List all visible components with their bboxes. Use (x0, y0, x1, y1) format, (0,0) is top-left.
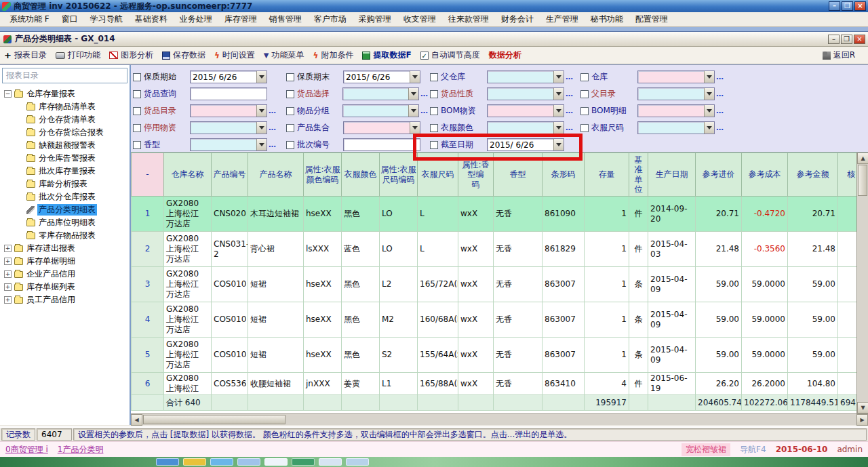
toolbar-button-打印功能[interactable]: 打印功能 (56, 49, 100, 61)
menu-item[interactable]: 系统功能 F (4, 12, 55, 26)
filter-dropdown[interactable] (190, 104, 267, 117)
table-row[interactable]: 5GX2080 上海松江 万达店COS010短裙hseXX黑色S2155/64A… (132, 338, 857, 373)
dropdown-arrow-icon[interactable] (553, 122, 564, 134)
collapse-icon[interactable]: − (4, 90, 12, 98)
taskbar-item[interactable] (183, 458, 206, 466)
maximize-button[interactable]: ❐ (842, 1, 853, 11)
toolbar-button-提取数据F[interactable]: 提取数据F (362, 49, 411, 61)
filter-dropdown[interactable]: 2015/ 6/26 (487, 138, 564, 151)
sidebar-item-库存单据列表[interactable]: +库存单据列表 (4, 281, 130, 293)
filter-dropdown[interactable] (343, 121, 420, 134)
sidebar-item-库存进出报表[interactable]: +库存进出报表 (4, 242, 130, 255)
expand-icon[interactable]: + (4, 270, 12, 278)
filter-dropdown[interactable]: 2015/ 6/26 (343, 70, 420, 83)
table-row[interactable]: 2GX2080 上海松江 万达店CNS031-2背心裙lsXXX蓝色LOLwxX… (132, 232, 857, 267)
expand-icon[interactable]: + (4, 283, 12, 291)
window-tab-report[interactable]: 1产品分类明 (58, 444, 104, 455)
dropdown-arrow-icon[interactable] (704, 105, 714, 117)
report-minimize-button[interactable]: – (828, 35, 840, 44)
dropdown-arrow-icon[interactable] (410, 122, 420, 134)
menu-item[interactable]: 采购管理 (353, 12, 397, 26)
toolbar-button-保存数据[interactable]: 保存数据 (162, 49, 205, 61)
more-options-button[interactable]: … (564, 123, 575, 132)
filter-checkbox[interactable] (133, 141, 141, 149)
more-options-button[interactable]: … (267, 106, 278, 115)
sidebar-item-库存单据明细[interactable]: +库存单据明细 (4, 255, 130, 268)
scroll-down-button[interactable]: ▼ (857, 402, 868, 413)
filter-dropdown[interactable] (190, 138, 267, 151)
filter-checkbox[interactable] (286, 90, 294, 98)
expand-icon[interactable]: + (4, 258, 12, 265)
taskbar-item[interactable] (346, 458, 369, 466)
dropdown-arrow-icon[interactable] (256, 139, 267, 150)
menu-item[interactable]: 秘书功能 (585, 12, 629, 26)
toolbar-button-功能菜单[interactable]: ▼功能菜单 (264, 49, 304, 61)
dropdown-arrow-icon[interactable] (553, 105, 564, 117)
auto-height-checkbox[interactable]: ✓ (420, 52, 429, 60)
sidebar-item-员工产品信用[interactable]: +员工产品信用 (4, 293, 130, 306)
taskbar-item[interactable] (156, 458, 179, 466)
filter-dropdown[interactable]: 2015/ 6/26 (190, 70, 267, 83)
more-options-button[interactable]: … (715, 73, 726, 81)
sidebar-item-分仓库告警报表[interactable]: 分仓库告警报表 (16, 152, 130, 165)
dropdown-arrow-icon[interactable] (704, 88, 714, 100)
table-row[interactable]: 4GX2080 上海松江 万达店COS010短裙hseXX黑色M2160/68A… (132, 302, 857, 338)
scroll-right-button[interactable]: ▶ (856, 414, 868, 426)
filter-checkbox[interactable] (580, 124, 589, 132)
expand-icon[interactable]: + (4, 296, 12, 304)
table-row[interactable]: 3GX2080 上海松江 万达店COS010短裙hseXX黑色L2165/72A… (132, 267, 857, 302)
menu-item[interactable]: 往来款管理 (443, 12, 494, 26)
menu-item[interactable]: 销售管理 (264, 12, 307, 26)
table-row[interactable]: 1GX2080 上海松江 万达店CNS020木耳边短袖裙hseXX黑色LOLwx… (132, 197, 857, 232)
dropdown-arrow-icon[interactable] (553, 71, 564, 83)
menu-item[interactable]: 库存管理 (219, 12, 262, 26)
more-options-button[interactable]: … (715, 106, 726, 115)
report-restore-button[interactable]: ❐ (841, 35, 852, 44)
more-options-button[interactable]: … (564, 106, 575, 115)
filter-dropdown[interactable] (637, 87, 715, 100)
more-options-button[interactable]: … (715, 89, 726, 98)
dropdown-arrow-icon[interactable] (410, 71, 420, 83)
filter-checkbox[interactable] (133, 73, 141, 81)
dropdown-arrow-icon[interactable] (408, 105, 418, 117)
close-button[interactable]: × (854, 1, 866, 11)
sidebar-item-库龄分析报表[interactable]: 库龄分析报表 (16, 178, 130, 190)
filter-checkbox[interactable] (133, 90, 141, 98)
dropdown-arrow-icon[interactable] (704, 122, 714, 134)
menu-item[interactable]: 学习导航 (85, 12, 128, 26)
filter-dropdown[interactable] (637, 104, 715, 117)
minimize-button[interactable]: – (829, 1, 840, 11)
toolbar-button-时间设置[interactable]: ϟ时间设置 (214, 49, 255, 61)
return-button[interactable]: 返回R (823, 49, 855, 61)
menu-item[interactable]: 窗口 (56, 12, 83, 26)
menu-item[interactable]: 生产管理 (540, 12, 584, 26)
more-options-button[interactable]: … (267, 123, 278, 132)
filter-checkbox[interactable] (580, 107, 589, 115)
taskbar-item[interactable] (264, 458, 288, 466)
filter-dropdown[interactable] (487, 70, 564, 83)
menu-item[interactable]: 客户市场 (309, 12, 352, 26)
report-tree-search-input[interactable]: 报表目录 (2, 68, 127, 83)
filter-dropdown[interactable] (637, 121, 715, 134)
filter-checkbox[interactable] (286, 124, 294, 132)
more-options-button[interactable]: … (419, 89, 430, 98)
dropdown-arrow-icon[interactable] (553, 139, 564, 150)
filter-checkbox[interactable] (430, 124, 438, 132)
menu-item[interactable]: 财务会计 (496, 12, 539, 26)
filter-dropdown[interactable] (487, 121, 564, 134)
more-options-button[interactable]: … (564, 73, 575, 81)
dropdown-arrow-icon[interactable] (553, 88, 564, 100)
vertical-scrollbar[interactable]: ▲ ▼ (856, 153, 868, 413)
toolbar-button-自动调节高度[interactable]: ✓自动调节高度 (420, 49, 480, 61)
more-options-button[interactable]: … (715, 123, 726, 132)
menu-item[interactable]: 基础资料 (130, 12, 173, 26)
filter-checkbox[interactable] (580, 73, 589, 81)
filter-text-input[interactable] (343, 138, 420, 151)
horizontal-scrollbar[interactable]: ◀ ▶ (131, 413, 868, 425)
window-tab-main[interactable]: 0商贸管理 i (5, 444, 48, 455)
filter-checkbox[interactable] (430, 73, 438, 81)
dropdown-arrow-icon[interactable] (408, 88, 418, 100)
more-options-button[interactable]: … (564, 89, 575, 98)
toolbar-button-数据分析[interactable]: 数据分析 (489, 49, 521, 61)
filter-checkbox[interactable] (580, 90, 589, 98)
